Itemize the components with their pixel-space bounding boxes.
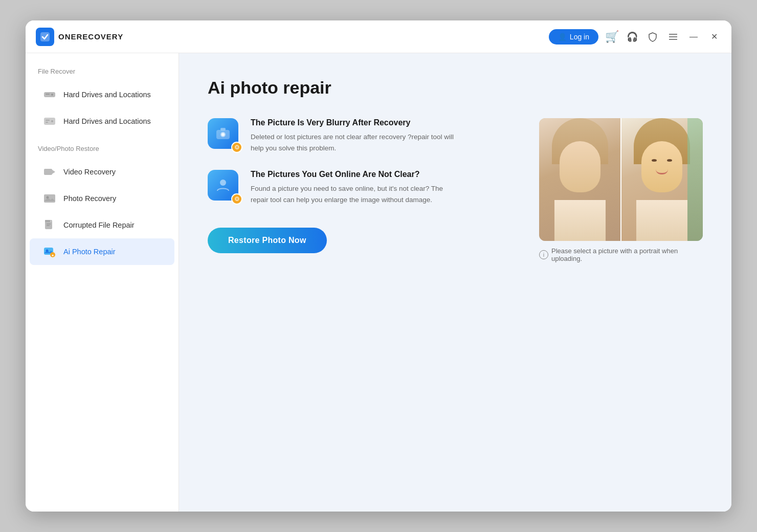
file-recover-label: File Recover [26, 68, 179, 81]
sidebar-item-hard-drives-1[interactable]: Hard Drives and Locations [30, 81, 174, 108]
svg-rect-19 [47, 224, 51, 225]
video-photo-label: Video/Photo Restore [26, 145, 179, 159]
app-logo-icon [36, 28, 54, 46]
card-body-1: Deleted or lost pictures are not clear a… [251, 131, 455, 153]
svg-point-30 [220, 180, 226, 186]
app-window: ONERECOVERY 👤 Log in 🛒 🎧 — [26, 20, 731, 512]
restore-photo-button[interactable]: Restore Photo Now [208, 228, 327, 253]
photo-hint: i Please select a picture with a portrai… [539, 247, 703, 262]
hdd-icon-2 [42, 114, 57, 129]
sidebar-item-label: Hard Drives and Locations [63, 91, 151, 99]
svg-rect-17 [45, 220, 50, 222]
sidebar: File Recover Hard Drives and Locations [26, 53, 179, 512]
svg-point-8 [51, 120, 53, 122]
info-icon: i [539, 250, 548, 259]
sidebar-item-photo-recovery[interactable]: Photo Recovery [30, 185, 174, 212]
svg-rect-7 [44, 118, 55, 125]
photo-icon [42, 191, 57, 206]
card-text-1: The Picture Is Very Blurry After Recover… [251, 118, 455, 153]
photo-before-after [539, 118, 703, 241]
svg-rect-4 [44, 92, 55, 97]
video-icon [42, 164, 57, 180]
shield-icon[interactable] [645, 30, 660, 44]
cards-container: ⚙ The Picture Is Very Blurry After Recov… [208, 118, 703, 262]
login-button[interactable]: 👤 Log in [549, 29, 598, 45]
card-body-2: Found a picture you need to save online,… [251, 183, 455, 205]
svg-rect-6 [46, 94, 50, 95]
photo-preview [539, 118, 703, 241]
cart-icon[interactable]: 🛒 [605, 30, 619, 44]
sidebar-item-video-recovery[interactable]: Video Recovery [30, 159, 174, 185]
menu-icon[interactable] [666, 30, 680, 44]
photo-after [621, 118, 703, 241]
svg-marker-12 [52, 170, 55, 174]
card-heading-2: The Pictures You Get Online Are Not Clea… [251, 170, 455, 179]
titlebar-actions: 👤 Log in 🛒 🎧 — ✕ [549, 29, 721, 45]
hint-text: Please select a picture with a portrait … [551, 247, 703, 262]
svg-rect-10 [46, 122, 48, 123]
ai-photo-icon: ✦ [42, 244, 57, 259]
close-button[interactable]: ✕ [707, 30, 721, 44]
sidebar-item-ai-photo-repair[interactable]: ✦ Ai Photo Repair [30, 238, 174, 265]
sidebar-item-label: Photo Recovery [63, 194, 116, 203]
svg-rect-29 [220, 128, 226, 130]
card-icon-wrap-2: ⚙ [208, 170, 240, 203]
svg-rect-13 [44, 194, 55, 203]
badge-icon-2: ⚙ [231, 193, 242, 205]
photo-divider [620, 118, 621, 241]
minimize-button[interactable]: — [686, 30, 701, 44]
svg-point-5 [51, 94, 53, 96]
app-name: ONERECOVERY [58, 32, 123, 41]
sidebar-item-label: Hard Drives and Locations [63, 117, 151, 125]
right-section: i Please select a picture with a portrai… [539, 118, 703, 262]
svg-point-28 [221, 133, 225, 136]
left-section: ⚙ The Picture Is Very Blurry After Recov… [208, 118, 519, 253]
headset-icon[interactable]: 🎧 [625, 30, 639, 44]
content-area: Ai photo repair [179, 53, 731, 512]
hdd-icon-1 [42, 87, 57, 102]
info-card-online: ⚙ The Pictures You Get Online Are Not Cl… [208, 170, 519, 205]
svg-rect-11 [44, 169, 52, 175]
card-text-2: The Pictures You Get Online Are Not Clea… [251, 170, 455, 205]
user-icon: 👤 [558, 33, 567, 41]
svg-text:✦: ✦ [51, 254, 54, 257]
titlebar: ONERECOVERY 👤 Log in 🛒 🎧 — [26, 20, 731, 53]
sidebar-item-corrupted-file[interactable]: Corrupted File Repair [30, 212, 174, 238]
sidebar-item-label: Ai Photo Repair [63, 248, 116, 256]
photo-before [539, 118, 621, 241]
badge-icon-1: ⚙ [231, 142, 242, 153]
sidebar-item-label: Video Recovery [63, 168, 116, 176]
svg-rect-9 [46, 120, 50, 121]
main-content: File Recover Hard Drives and Locations [26, 53, 731, 512]
logo-area: ONERECOVERY [36, 28, 549, 46]
repair-icon [42, 217, 57, 233]
sidebar-item-label: Corrupted File Repair [63, 221, 135, 229]
svg-rect-0 [40, 32, 50, 41]
page-title: Ai photo repair [208, 78, 703, 98]
card-icon-wrap-1: ⚙ [208, 118, 240, 151]
card-heading-1: The Picture Is Very Blurry After Recover… [251, 118, 455, 127]
sidebar-item-hard-drives-2[interactable]: Hard Drives and Locations [30, 108, 174, 135]
svg-rect-20 [47, 225, 50, 226]
info-card-blurry: ⚙ The Picture Is Very Blurry After Recov… [208, 118, 519, 153]
